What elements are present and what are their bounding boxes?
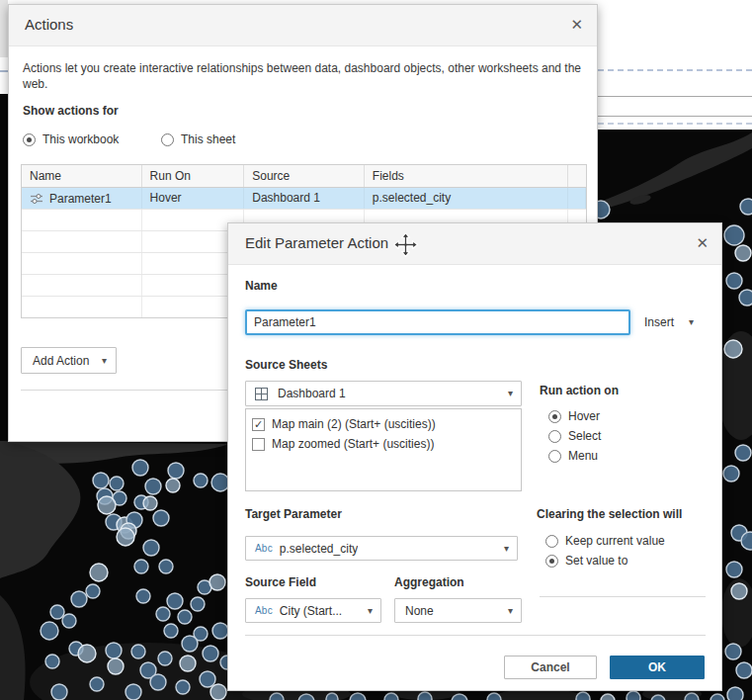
dashboard-selector-value: Dashboard 1	[278, 387, 346, 400]
row-gutter	[568, 188, 586, 209]
row-source: Dashboard 1	[244, 188, 365, 209]
name-label: Name	[245, 279, 278, 293]
add-action-label: Add Action	[33, 354, 89, 368]
actions-table-header: Name Run On Source Fields	[22, 165, 586, 188]
add-action-button[interactable]: Add Action ▾	[21, 347, 117, 374]
dashboard-layout-panel	[598, 0, 752, 130]
cancel-button[interactable]: Cancel	[504, 656, 597, 679]
scope-radio-this-workbook[interactable]: This workbook	[23, 132, 119, 146]
sheet-label: Map zoomed (Start+ (uscities))	[272, 437, 434, 451]
edit-parameter-action-dialog: Edit Parameter Action ✕ Name Insert ▾ So…	[227, 222, 722, 691]
chevron-down-icon: ▾	[504, 544, 517, 554]
left-page-sliver-gray	[0, 0, 8, 57]
show-actions-for-label: Show actions for	[23, 104, 119, 118]
checkbox-icon[interactable]: ✓	[252, 438, 265, 451]
scope-option-label: This sheet	[181, 132, 235, 146]
abc-type-icon: Abc	[255, 605, 273, 616]
name-input[interactable]	[245, 309, 630, 335]
row-name: Parameter1	[49, 192, 112, 206]
source-field-value: City (Start...	[280, 604, 342, 618]
tableau-workspace: Actions ✕ Actions let you create interac…	[0, 0, 752, 700]
run-option-hover[interactable]: Hover	[548, 409, 600, 423]
target-parameter-selector[interactable]: Abc p.selected_city ▾	[245, 536, 518, 561]
run-option-menu[interactable]: Menu	[548, 449, 598, 463]
radio-icon[interactable]	[548, 410, 561, 423]
dashboard-selector[interactable]: Dashboard 1 ▾	[245, 381, 522, 406]
column-header-fields: Fields	[365, 165, 568, 187]
column-header-gutter	[568, 165, 586, 187]
chevron-down-icon: ▾	[508, 389, 521, 398]
scope-radio-this-sheet[interactable]: This sheet	[161, 132, 235, 146]
run-action-on-label: Run action on	[540, 384, 619, 397]
target-parameter-value: p.selected_city	[280, 542, 358, 556]
clearing-option-label: Set value to	[565, 554, 627, 568]
chevron-down-icon: ▾	[102, 356, 116, 366]
radio-icon[interactable]	[548, 450, 561, 463]
run-option-label: Hover	[568, 409, 600, 423]
aggregation-selector[interactable]: None ▾	[394, 598, 522, 623]
footer-divider	[245, 635, 706, 636]
run-option-select[interactable]: Select	[548, 429, 601, 443]
radio-icon[interactable]	[161, 133, 174, 146]
clearing-option-label: Keep current value	[565, 534, 665, 548]
clearing-selection-label: Clearing the selection will	[537, 507, 682, 521]
chevron-down-icon: ▾	[368, 606, 380, 616]
row-run-on: Hover	[142, 188, 245, 209]
table-row-parameter1[interactable]: Parameter1 Hover Dashboard 1 p.selected_…	[22, 188, 586, 210]
clearing-option-set[interactable]: Set value to	[545, 554, 627, 568]
source-field-label: Source Field	[245, 575, 316, 589]
layout-guide-dashed	[598, 123, 752, 125]
clearing-option-keep[interactable]: Keep current value	[545, 534, 665, 548]
actions-dialog-header	[9, 5, 597, 46]
layout-guide-line	[598, 96, 752, 97]
radio-icon[interactable]	[545, 555, 558, 568]
run-option-label: Menu	[568, 449, 598, 463]
aggregation-value: None	[405, 604, 434, 618]
insert-menu-button[interactable]: Insert ▾	[644, 315, 694, 329]
run-option-label: Select	[568, 429, 601, 443]
sheet-checkbox-map-zoomed[interactable]: ✓ Map zoomed (Start+ (uscities))	[252, 434, 521, 454]
sheet-label: Map main (2) (Start+ (uscities))	[272, 417, 436, 431]
column-header-name: Name	[22, 165, 142, 187]
checkbox-icon[interactable]: ✓	[252, 418, 265, 431]
layout-guide-line	[598, 116, 752, 117]
left-guide-tick	[0, 70, 8, 72]
clearing-section-divider	[540, 596, 706, 597]
row-fields: p.selected_city	[365, 188, 568, 209]
close-icon[interactable]: ✕	[570, 15, 583, 35]
column-header-source: Source	[244, 165, 365, 187]
ok-button[interactable]: OK	[610, 656, 705, 679]
source-field-selector[interactable]: Abc City (Start... ▾	[245, 598, 381, 623]
radio-icon[interactable]	[545, 535, 558, 548]
edit-dialog-title: Edit Parameter Action	[245, 234, 388, 251]
aggregation-label: Aggregation	[394, 575, 464, 589]
chevron-down-icon: ▾	[689, 317, 694, 327]
dashboard-grid-icon	[255, 388, 268, 400]
scope-option-label: This workbook	[42, 132, 119, 146]
target-parameter-label: Target Parameter	[245, 507, 342, 521]
left-page-sliver-white	[0, 57, 8, 94]
chevron-down-icon: ▾	[508, 606, 521, 616]
close-icon[interactable]: ✕	[696, 233, 709, 253]
source-sheets-label: Source Sheets	[245, 358, 327, 372]
sheet-checkbox-map-main[interactable]: ✓ Map main (2) (Start+ (uscities))	[252, 414, 521, 434]
actions-description: Actions let you create interactive relat…	[23, 60, 586, 92]
parameter-action-icon	[30, 193, 43, 205]
abc-type-icon: Abc	[255, 543, 273, 554]
move-cursor-icon	[392, 231, 419, 258]
radio-icon[interactable]	[23, 133, 36, 146]
source-sheets-listbox: ✓ Map main (2) (Start+ (uscities)) ✓ Map…	[245, 408, 522, 491]
actions-dialog-title: Actions	[25, 16, 73, 33]
radio-icon[interactable]	[548, 430, 561, 443]
column-header-run-on: Run On	[142, 165, 245, 187]
layout-guide-dashed	[598, 69, 752, 71]
insert-label: Insert	[644, 315, 674, 329]
